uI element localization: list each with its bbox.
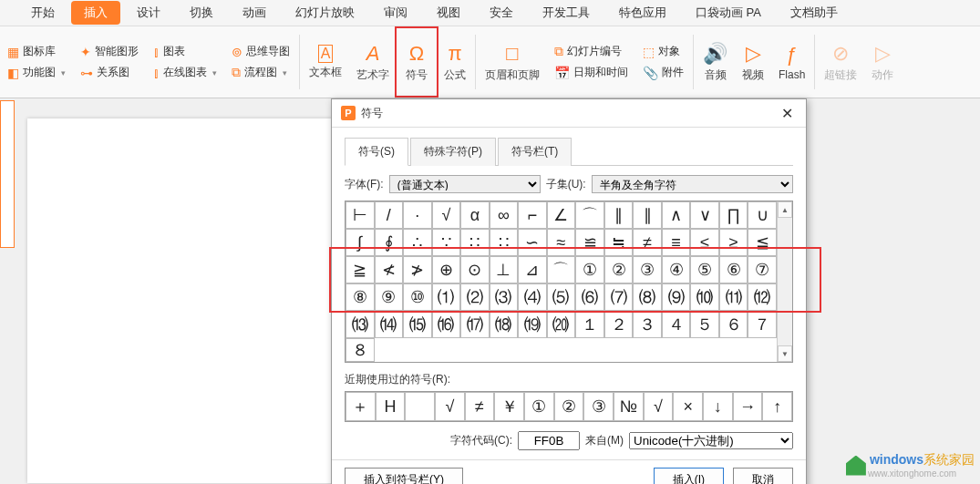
symbol-cell[interactable]: ≈ xyxy=(547,229,576,256)
charcode-input[interactable] xyxy=(518,431,580,450)
symbol-cell[interactable]: ② xyxy=(604,256,634,283)
recent-symbol-cell[interactable]: ① xyxy=(524,392,554,421)
close-button[interactable]: ✕ xyxy=(778,105,797,122)
function-diagram-button[interactable]: ◧功能图▾ xyxy=(7,65,66,80)
symbol-cell[interactable]: ⑼ xyxy=(662,283,691,311)
flash-button[interactable]: ƒFlash xyxy=(771,30,812,94)
symbol-cell[interactable]: ≤ xyxy=(690,229,719,256)
symbol-cell[interactable]: ⑴ xyxy=(432,283,461,311)
symbol-cell[interactable]: ∽ xyxy=(518,229,547,256)
symbol-cell[interactable]: ③ xyxy=(633,256,662,283)
symbol-cell[interactable]: ⊿ xyxy=(518,256,547,283)
tab-pocket[interactable]: 口袋动画 PA xyxy=(683,1,774,25)
relation-diagram-button[interactable]: ⊶关系图 xyxy=(80,65,139,80)
symbol-cell[interactable]: ⒆ xyxy=(518,311,547,338)
symbol-cell[interactable]: ∮ xyxy=(375,229,404,256)
symbol-cell[interactable]: / xyxy=(375,201,404,229)
symbol-cell[interactable]: ≠ xyxy=(633,229,662,256)
subset-select[interactable]: 半角及全角字符 xyxy=(592,175,793,193)
symbol-cell[interactable]: ⑧ xyxy=(346,283,375,311)
recent-symbol-cell[interactable]: → xyxy=(733,392,763,421)
symbol-cell[interactable]: ⌒ xyxy=(575,201,604,229)
recent-symbol-cell[interactable]: ↑ xyxy=(762,392,792,421)
symbol-cell[interactable]: ⑤ xyxy=(690,256,719,283)
tab-insert[interactable]: 插入 xyxy=(71,1,120,25)
symbol-cell[interactable]: ⑨ xyxy=(375,283,404,311)
symbol-cell[interactable]: ２ xyxy=(604,311,634,338)
symbol-cell[interactable]: ⒅ xyxy=(490,311,519,338)
symbol-cell[interactable]: ６ xyxy=(719,311,748,338)
symbol-cell[interactable]: ５ xyxy=(690,311,719,338)
symbol-cell[interactable]: ≯ xyxy=(403,256,432,283)
tab-special[interactable]: 特色应用 xyxy=(606,1,679,25)
slide-number-button[interactable]: ⧉幻灯片编号 xyxy=(554,44,628,59)
symbol-cell[interactable]: ⑺ xyxy=(604,283,634,311)
tab-start[interactable]: 开始 xyxy=(18,1,67,25)
symbol-cell[interactable]: ⑽ xyxy=(690,283,719,311)
tab-special-chars[interactable]: 特殊字符(P) xyxy=(410,138,496,166)
symbol-cell[interactable]: ⑻ xyxy=(633,283,662,311)
smart-shape-button[interactable]: ✦智能图形 xyxy=(80,44,139,59)
symbol-cell[interactable]: ⑩ xyxy=(403,283,432,311)
symbol-cell[interactable]: ⑾ xyxy=(719,283,748,311)
slide-canvas[interactable] xyxy=(27,118,337,483)
insert-to-bar-button[interactable]: 插入到符号栏(Y) xyxy=(345,468,463,484)
symbol-cell[interactable]: ① xyxy=(575,256,604,283)
scroll-track[interactable] xyxy=(778,218,792,345)
insert-button[interactable]: 插入(I) xyxy=(654,468,724,484)
symbol-cell[interactable]: ⑹ xyxy=(575,283,604,311)
symbol-cell[interactable]: ⊕ xyxy=(432,256,461,283)
symbol-cell[interactable]: ⒇ xyxy=(547,311,576,338)
attachment-button[interactable]: 📎附件 xyxy=(643,65,684,80)
recent-symbol-cell[interactable]: ② xyxy=(554,392,584,421)
video-button[interactable]: ▷视频 xyxy=(735,30,771,94)
symbol-cell[interactable]: ∷ xyxy=(460,229,490,256)
object-button[interactable]: ⬚对象 xyxy=(643,44,684,59)
chart-button[interactable]: ⫿图表 xyxy=(153,44,217,59)
symbol-cell[interactable]: ⑥ xyxy=(719,256,748,283)
tab-symbols[interactable]: 符号(S) xyxy=(345,138,408,166)
symbol-cell[interactable]: ∥ xyxy=(633,201,662,229)
tab-transition[interactable]: 切换 xyxy=(177,1,226,25)
symbol-cell[interactable]: ≌ xyxy=(575,229,604,256)
symbol-cell[interactable]: ⒀ xyxy=(346,311,375,338)
symbol-cell[interactable]: ≮ xyxy=(375,256,404,283)
symbol-cell[interactable]: ∪ xyxy=(748,201,777,229)
recent-symbol-cell[interactable]: ≠ xyxy=(465,392,495,421)
flowchart-button[interactable]: ⧉流程图▾ xyxy=(232,65,290,80)
online-chart-button[interactable]: ⫿在线图表▾ xyxy=(153,65,217,80)
recent-symbol-cell[interactable]: ↓ xyxy=(703,392,733,421)
symbol-cell[interactable]: ７ xyxy=(748,311,777,338)
symbol-cell[interactable]: ⒁ xyxy=(375,311,404,338)
symbol-cell[interactable]: ⒃ xyxy=(432,311,461,338)
slide-thumbnail[interactable] xyxy=(0,100,15,248)
cancel-button[interactable]: 取消 xyxy=(733,468,793,484)
symbol-cell[interactable]: α xyxy=(460,201,490,229)
recent-symbol-cell[interactable]: √ xyxy=(435,392,465,421)
symbol-cell[interactable]: · xyxy=(403,201,432,229)
hyperlink-button[interactable]: ⊘超链接 xyxy=(817,30,864,94)
tab-dev[interactable]: 开发工具 xyxy=(530,1,603,25)
header-footer-button[interactable]: □页眉和页脚 xyxy=(478,30,547,94)
tab-security[interactable]: 安全 xyxy=(477,1,526,25)
symbol-cell[interactable]: ４ xyxy=(662,311,691,338)
scrollbar[interactable]: ▲ ▼ xyxy=(777,201,792,362)
recent-symbol-cell[interactable]: ③ xyxy=(583,392,614,421)
symbol-cell[interactable]: ≥ xyxy=(719,229,748,256)
recent-symbol-cell[interactable]: № xyxy=(614,392,644,421)
font-select[interactable]: (普通文本) xyxy=(389,175,541,193)
symbol-cell[interactable]: ３ xyxy=(633,311,662,338)
symbol-cell[interactable]: ⑵ xyxy=(460,283,490,311)
symbol-cell[interactable]: ⒄ xyxy=(460,311,490,338)
symbol-cell[interactable]: ≒ xyxy=(604,229,634,256)
symbol-cell[interactable]: ∧ xyxy=(662,201,691,229)
symbol-cell[interactable]: １ xyxy=(575,311,604,338)
symbol-cell[interactable]: ８ xyxy=(346,338,375,362)
symbol-cell[interactable]: √ xyxy=(432,201,461,229)
symbol-cell[interactable]: ④ xyxy=(662,256,691,283)
recent-symbol-cell[interactable]: ￥ xyxy=(494,392,524,421)
recent-symbol-cell[interactable] xyxy=(405,392,435,421)
tab-slideshow[interactable]: 幻灯片放映 xyxy=(283,1,367,25)
symbol-cell[interactable]: ⑦ xyxy=(748,256,777,283)
tab-animation[interactable]: 动画 xyxy=(230,1,279,25)
